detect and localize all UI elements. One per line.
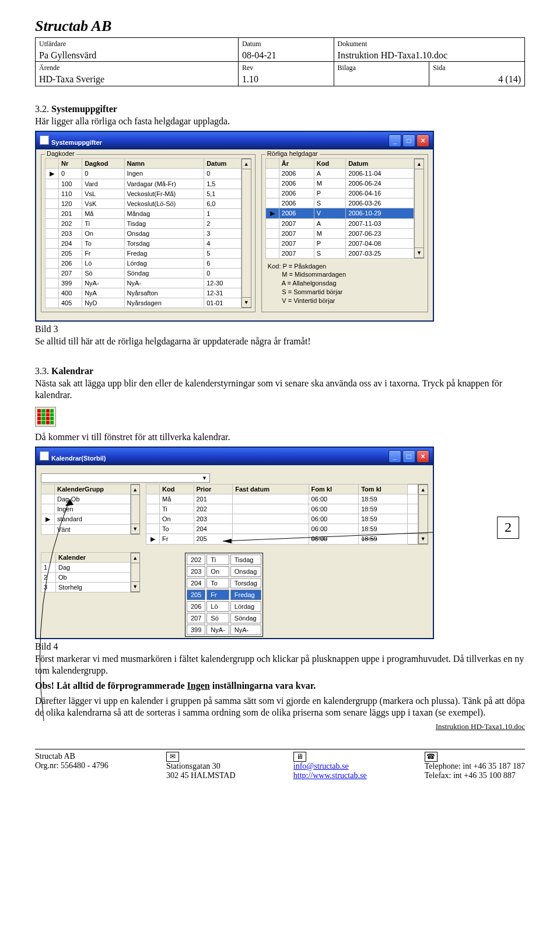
dokument-label: Dokument <box>338 40 368 48</box>
footer-address2: 302 45 HALMSTAD <box>166 771 236 780</box>
table-row[interactable]: 2Ob <box>41 572 131 582</box>
section-33-p2: Då kommer vi till fönstret för att tillv… <box>35 431 525 443</box>
window-title: Kalendrar(Storbil) <box>51 455 106 462</box>
table-row[interactable]: 100VardVardagar (Må-Fr)1,5 <box>46 179 242 189</box>
helgdagar-grid[interactable]: ÅrKodDatum2006A2006-11-042006M2006-06-24… <box>265 158 414 259</box>
scrollbar[interactable]: ▲▼ <box>131 484 140 535</box>
section-33-p1: Nästa sak att lägga upp blir den eller d… <box>35 378 525 401</box>
section-33-title: Kalendrar <box>51 366 93 376</box>
table-row[interactable]: ▶2006V2006-10-29 <box>265 208 414 218</box>
footer-url[interactable]: http://www.structab.se <box>293 771 367 780</box>
mail-icon: ✉ <box>166 752 179 762</box>
list-item[interactable]: 203OnOnsdag <box>187 566 261 577</box>
scroll-up-icon[interactable]: ▲ <box>418 484 428 495</box>
table-row[interactable]: 405NyDNyårsdagen01-01 <box>46 298 242 308</box>
scrollbar[interactable]: ▲▼ <box>418 484 428 545</box>
scrollbar[interactable]: ▲▼ <box>242 158 251 308</box>
scroll-down-icon[interactable]: ▼ <box>242 297 251 308</box>
annotation-2-text: 2 <box>505 519 512 535</box>
bild4-p1: Först markerar vi med musmarkören i fält… <box>35 653 525 677</box>
table-row[interactable]: 1Dag <box>41 562 131 572</box>
kalender-grid[interactable]: Kalender1Dag2Ob3Storhelg <box>41 552 131 592</box>
footer-phone: int +46 35 187 187 <box>463 762 525 770</box>
table-row[interactable]: 2007M2007-06-23 <box>265 228 414 238</box>
scroll-down-icon[interactable]: ▼ <box>418 534 428 544</box>
maximize-button[interactable]: □ <box>402 134 415 147</box>
table-row[interactable]: ▶standard <box>41 514 131 524</box>
list-item[interactable]: 399NyA-NyA- <box>187 625 261 635</box>
dagkoder-grid[interactable]: NrDagkodNamnDatum▶00Ingen0100VardVardaga… <box>45 158 242 308</box>
list-item[interactable]: 205FrFredag <box>187 590 261 600</box>
computer-icon: 🖥 <box>293 752 306 762</box>
footer-company: Structab AB <box>35 752 108 761</box>
arende-label: Ärende <box>39 64 60 72</box>
table-row[interactable]: 110VsLVeckoslut(Fr-Må)5,1 <box>46 189 242 198</box>
table-row[interactable]: 3Storhelg <box>41 582 131 592</box>
annotation-2-box: 2 <box>497 517 519 539</box>
table-row[interactable]: 2007S2007-03-25 <box>265 248 414 258</box>
table-row[interactable]: 2007A2007-11-03 <box>265 218 414 228</box>
close-button[interactable]: × <box>416 134 429 147</box>
systemuppgifter-window: Systemuppgifter _ □ × Dagkoder NrDagkodN… <box>35 131 434 322</box>
table-row[interactable]: 2006M2006-06-24 <box>265 178 414 188</box>
table-row[interactable]: Dag-Ob <box>41 494 131 504</box>
table-row[interactable]: 2006S2006-03-26 <box>265 198 414 208</box>
window-title: Systemuppgifter <box>51 139 102 146</box>
section-32-title: Systemuppgifter <box>51 104 117 114</box>
close-button[interactable]: × <box>416 450 429 463</box>
table-row[interactable]: 120VsKVeckoslut(Lö-Sö)6,0 <box>46 198 242 208</box>
minimize-button[interactable]: _ <box>388 134 401 147</box>
table-row[interactable]: 2007P2007-04-08 <box>265 238 414 248</box>
table-row[interactable]: Ingen <box>41 504 131 514</box>
table-row[interactable]: 206LöLördag6 <box>46 258 242 268</box>
table-row[interactable]: 2006P2006-04-16 <box>265 188 414 198</box>
table-row[interactable]: 2006A2006-11-04 <box>265 168 414 178</box>
table-row[interactable]: 205FrFredag5 <box>46 248 242 258</box>
table-row[interactable]: 399NyA-NyA-12-30 <box>46 278 242 288</box>
table-row[interactable]: ▶00Ingen0 <box>46 168 242 179</box>
window-icon <box>40 135 49 145</box>
vehicle-dropdown[interactable]: ▼ <box>41 473 210 483</box>
minimize-button[interactable]: _ <box>388 450 401 463</box>
scroll-up-icon[interactable]: ▲ <box>414 159 424 169</box>
kalendrar-window: Kalendrar(Storbil) _ □ × ▼ <box>35 447 434 639</box>
scroll-down-icon[interactable]: ▼ <box>131 581 140 592</box>
list-item[interactable]: 204ToTorsdag <box>187 578 261 588</box>
table-row[interactable]: 203OnOnsdag3 <box>46 228 242 238</box>
table-row[interactable]: To20406:0018:59 <box>146 524 418 534</box>
table-row[interactable]: Ti20206:0018:59 <box>146 504 418 514</box>
dagkod-popup-list[interactable]: 202TiTisdag203OnOnsdag204ToTorsdag205FrF… <box>185 553 263 637</box>
footer-email[interactable]: info@structab.se <box>293 762 367 771</box>
maximize-button[interactable]: □ <box>402 450 415 463</box>
rules-grid[interactable]: KodPriorFast datumFom klTom klMå20106:00… <box>146 484 418 545</box>
bild3-text: Se alltid till här att de rörliga helgda… <box>35 336 525 347</box>
kalendrar-toolbar-button[interactable] <box>35 407 56 427</box>
table-row[interactable]: ▶Fr20506:0018:59 <box>146 534 418 544</box>
bild3-caption: Bild 3 <box>35 324 525 334</box>
kalendergrupp-grid[interactable]: KalenderGruppDag-ObIngen▶standardVänt <box>41 484 131 535</box>
utfardare-label: Utfärdare <box>39 40 66 48</box>
table-row[interactable]: 207SöSöndag0 <box>46 268 242 278</box>
scroll-up-icon[interactable]: ▲ <box>131 484 140 495</box>
dokument-value: Instruktion HD-Taxa1.10.doc <box>338 50 448 60</box>
scrollbar[interactable]: ▲▼ <box>131 552 140 592</box>
window-icon <box>40 451 49 461</box>
window-titlebar[interactable]: Systemuppgifter _ □ × <box>36 132 433 149</box>
table-row[interactable]: Må20106:0018:59 <box>146 494 418 504</box>
scrollbar[interactable]: ▲▼ <box>414 158 424 259</box>
table-row[interactable]: 201MåMåndag1 <box>46 208 242 218</box>
table-row[interactable]: 204ToTorsdag4 <box>46 238 242 248</box>
scroll-down-icon[interactable]: ▼ <box>414 247 424 258</box>
list-item[interactable]: 207SöSöndag <box>187 613 261 623</box>
scroll-down-icon[interactable]: ▼ <box>131 524 140 534</box>
table-row[interactable]: On20306:0018:59 <box>146 514 418 524</box>
table-row[interactable]: 202TiTisdag2 <box>46 218 242 228</box>
table-row[interactable]: Vänt <box>41 524 131 534</box>
scroll-up-icon[interactable]: ▲ <box>131 553 140 563</box>
table-row[interactable]: 400NyANyårsafton12-31 <box>46 288 242 298</box>
footer-docname: Instruktion HD-Taxa1.10.doc <box>35 722 525 731</box>
window-titlebar[interactable]: Kalendrar(Storbil) _ □ × <box>36 448 433 465</box>
scroll-up-icon[interactable]: ▲ <box>242 159 251 169</box>
list-item[interactable]: 206LöLördag <box>187 601 261 612</box>
list-item[interactable]: 202TiTisdag <box>187 555 261 565</box>
